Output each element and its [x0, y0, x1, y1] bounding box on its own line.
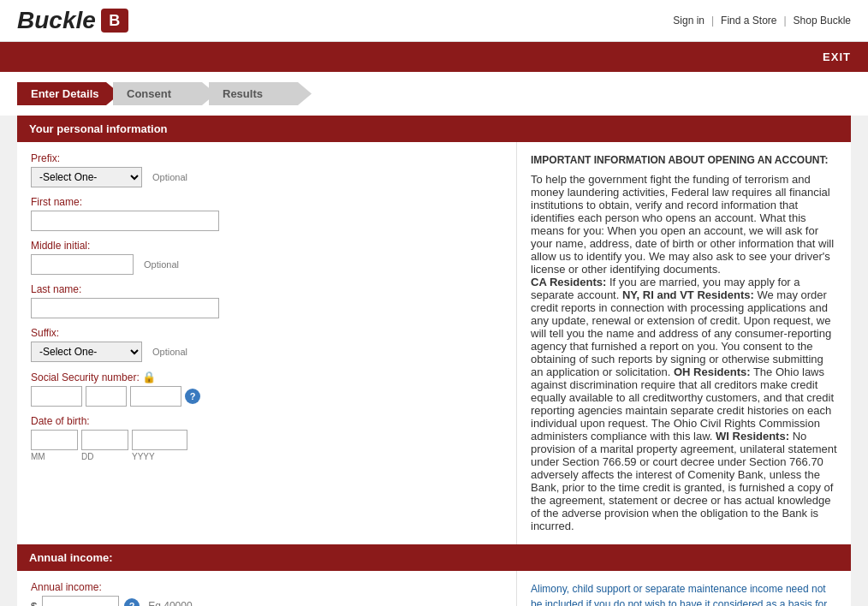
- dob-dd-input[interactable]: [81, 430, 128, 450]
- sign-in-link[interactable]: Sign in: [673, 15, 705, 27]
- ca-residents-label: CA Residents:: [531, 276, 606, 288]
- top-bar: Buckle B Sign in | Find a Store | Shop B…: [0, 0, 868, 42]
- middle-initial-label: Middle initial:: [31, 240, 502, 252]
- prefix-field-row: -Select One- Mr. Mrs. Ms. Dr. Optional: [31, 167, 502, 187]
- step-results[interactable]: Results: [209, 82, 312, 105]
- annual-info-text: Alimony, child support or separate maint…: [531, 581, 837, 606]
- top-nav-links: Sign in | Find a Store | Shop Buckle: [673, 15, 851, 27]
- info-panel-para2: CA Residents: If you are married, you ma…: [531, 276, 837, 532]
- prefix-select[interactable]: -Select One- Mr. Mrs. Ms. Dr.: [31, 167, 142, 187]
- last-name-label: Last name:: [31, 283, 502, 295]
- annual-section: Annual income: Annual income: $ ? Eg.400…: [17, 544, 851, 606]
- annual-income-field-row: $ ? Eg.40000: [31, 596, 502, 606]
- middle-initial-field-group: Middle initial: Optional: [31, 240, 502, 275]
- prefix-label: Prefix:: [31, 152, 502, 164]
- ssn-label: Social Security number: 🔒: [31, 371, 502, 383]
- first-name-label: First name:: [31, 196, 502, 208]
- step-consent[interactable]: Consent: [113, 82, 216, 105]
- suffix-label: Suffix:: [31, 327, 502, 339]
- annual-body-row: Annual income: $ ? Eg.40000 Alimony, chi…: [17, 571, 851, 606]
- dob-yyyy-col: YYYY: [132, 430, 187, 461]
- prefix-field-group: Prefix: -Select One- Mr. Mrs. Ms. Dr. Op…: [31, 152, 502, 187]
- last-name-field-group: Last name:: [31, 283, 502, 318]
- dollar-sign: $: [31, 600, 37, 607]
- annual-income-help-icon[interactable]: ?: [124, 598, 140, 606]
- prefix-optional: Optional: [152, 172, 187, 182]
- middle-initial-field-row: Optional: [31, 254, 502, 275]
- steps-bar: Enter Details Consent Results: [0, 72, 868, 116]
- middle-initial-optional: Optional: [144, 259, 179, 270]
- ssn-help-icon[interactable]: ?: [185, 389, 200, 404]
- find-store-link[interactable]: Find a Store: [721, 15, 776, 27]
- info-panel-title: IMPORTANT INFORMATION ABOUT OPENING AN A…: [531, 154, 837, 166]
- dob-dd-col: DD: [81, 430, 128, 461]
- brand-name: Buckle: [17, 7, 96, 34]
- personal-form-body: Prefix: -Select One- Mr. Mrs. Ms. Dr. Op…: [17, 142, 516, 480]
- info-panel: IMPORTANT INFORMATION ABOUT OPENING AN A…: [517, 142, 851, 544]
- annual-info-panel: Alimony, child support or separate maint…: [517, 571, 851, 606]
- suffix-field-row: -Select One- Jr. Sr. II III Optional: [31, 342, 502, 362]
- last-name-input[interactable]: [31, 298, 219, 318]
- info-panel-para1: To help the government fight the funding…: [531, 173, 837, 276]
- annual-section-header: Annual income:: [17, 544, 851, 571]
- annual-form-left: Annual income: $ ? Eg.40000: [17, 571, 517, 606]
- personal-section-header: Your personal information: [17, 116, 851, 142]
- exit-button[interactable]: EXIT: [823, 50, 851, 63]
- eg-text: Eg.40000: [148, 600, 192, 606]
- lock-icon: 🔒: [142, 371, 156, 383]
- ssn-part2-input[interactable]: [86, 386, 127, 407]
- dob-label: Date of birth:: [31, 415, 502, 427]
- ssn-part1-input[interactable]: [31, 386, 82, 407]
- step-enter-details[interactable]: Enter Details: [17, 82, 120, 105]
- suffix-field-group: Suffix: -Select One- Jr. Sr. II III Opti…: [31, 327, 502, 362]
- oh-residents-label: OH Residents:: [674, 365, 751, 378]
- logo: Buckle B: [17, 7, 128, 34]
- shop-buckle-link[interactable]: Shop Buckle: [794, 15, 851, 27]
- dob-field-group: Date of birth: MM DD: [31, 415, 502, 461]
- dob-mm-input[interactable]: [31, 430, 78, 450]
- ssn-field-group: Social Security number: 🔒 ?: [31, 371, 502, 407]
- ssn-row: ?: [31, 386, 502, 407]
- suffix-select[interactable]: -Select One- Jr. Sr. II III: [31, 342, 142, 362]
- suffix-optional: Optional: [152, 347, 187, 357]
- ny-residents-label: NY, RI and VT Residents:: [622, 288, 754, 301]
- middle-initial-input[interactable]: [31, 254, 134, 275]
- annual-income-field-group: Annual income: $ ? Eg.40000: [31, 581, 502, 606]
- dob-mm-col: MM: [31, 430, 78, 461]
- annual-income-input[interactable]: [42, 596, 119, 606]
- dob-row: MM DD YYYY: [31, 430, 502, 461]
- first-name-field-group: First name:: [31, 196, 502, 231]
- personal-form-info-row: Prefix: -Select One- Mr. Mrs. Ms. Dr. Op…: [17, 142, 851, 544]
- personal-section: Your personal information Prefix: -Selec…: [17, 116, 851, 544]
- exit-bar: EXIT: [0, 42, 868, 72]
- brand-icon: B: [101, 9, 128, 33]
- personal-form-left: Prefix: -Select One- Mr. Mrs. Ms. Dr. Op…: [17, 142, 517, 544]
- first-name-input[interactable]: [31, 211, 219, 231]
- dob-yyyy-input[interactable]: [132, 430, 187, 450]
- wi-residents-label: WI Residents:: [716, 430, 789, 443]
- annual-income-label: Annual income:: [31, 581, 502, 593]
- ssn-part3-input[interactable]: [130, 386, 181, 407]
